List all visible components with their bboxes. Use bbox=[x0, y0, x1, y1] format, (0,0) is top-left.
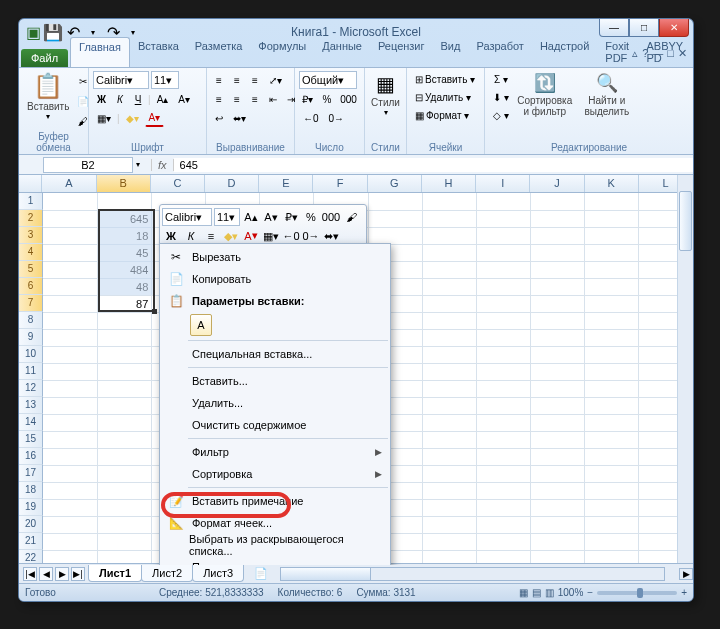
cell-J4[interactable] bbox=[530, 244, 584, 261]
new-sheet-button[interactable]: 📄 bbox=[248, 565, 274, 582]
doc-restore-button[interactable]: □ bbox=[667, 47, 674, 60]
mt-size[interactable]: 11▾ bbox=[214, 208, 240, 226]
autosum-button[interactable]: Σ ▾ bbox=[489, 70, 513, 88]
cell-A2[interactable] bbox=[43, 210, 97, 227]
cell-J8[interactable] bbox=[530, 312, 584, 329]
ctx-item-7[interactable]: Очистить содержимое bbox=[160, 414, 390, 436]
mt-grow[interactable]: A▴ bbox=[242, 208, 260, 226]
cell-H19[interactable] bbox=[422, 499, 476, 516]
zoom-in-button[interactable]: + bbox=[681, 587, 687, 598]
scroll-thumb[interactable] bbox=[679, 191, 692, 251]
horizontal-scrollbar[interactable] bbox=[280, 567, 665, 581]
vertical-scrollbar[interactable] bbox=[677, 175, 693, 565]
cell-K15[interactable] bbox=[584, 431, 638, 448]
col-header-C[interactable]: C bbox=[151, 175, 205, 192]
row-header-11[interactable]: 11 bbox=[19, 363, 43, 380]
fx-button[interactable]: fx bbox=[151, 159, 174, 171]
cell-I1[interactable] bbox=[476, 193, 530, 210]
cell-I2[interactable] bbox=[476, 210, 530, 227]
cell-I15[interactable] bbox=[476, 431, 530, 448]
col-header-G[interactable]: G bbox=[368, 175, 422, 192]
select-all-corner[interactable] bbox=[19, 175, 42, 192]
cell-A17[interactable] bbox=[43, 465, 97, 482]
ribbon-tab-8[interactable]: Надстрой bbox=[532, 37, 597, 67]
col-header-B[interactable]: B bbox=[97, 175, 151, 192]
col-header-A[interactable]: A bbox=[42, 175, 96, 192]
ctx-item-1[interactable]: 📄Копировать bbox=[160, 268, 390, 290]
cell-J16[interactable] bbox=[530, 448, 584, 465]
row-header-10[interactable]: 10 bbox=[19, 346, 43, 363]
cell-I8[interactable] bbox=[476, 312, 530, 329]
cell-J6[interactable] bbox=[530, 278, 584, 295]
formula-input[interactable]: 645 bbox=[174, 158, 693, 172]
row-header-13[interactable]: 13 bbox=[19, 397, 43, 414]
cell-A7[interactable] bbox=[43, 295, 97, 312]
sort-filter-button[interactable]: 🔃 Сортировка и фильтр bbox=[513, 70, 577, 124]
cell-I9[interactable] bbox=[476, 329, 530, 346]
cell-J15[interactable] bbox=[530, 431, 584, 448]
mt-shrink[interactable]: A▾ bbox=[262, 208, 280, 226]
cell-A20[interactable] bbox=[43, 516, 97, 533]
cell-A1[interactable] bbox=[43, 193, 97, 210]
cell-H5[interactable] bbox=[422, 261, 476, 278]
cell-J12[interactable] bbox=[530, 380, 584, 397]
cell-B10[interactable] bbox=[97, 346, 152, 363]
font-color-button[interactable]: A▾ bbox=[145, 109, 165, 127]
cell-B20[interactable] bbox=[97, 516, 152, 533]
cell-J1[interactable] bbox=[530, 193, 584, 210]
help-icon[interactable]: ? bbox=[642, 47, 648, 60]
cell-J10[interactable] bbox=[530, 346, 584, 363]
col-header-K[interactable]: K bbox=[585, 175, 639, 192]
ribbon-tab-0[interactable]: Главная bbox=[70, 37, 130, 67]
row-header-2[interactable]: 2 bbox=[19, 210, 43, 227]
view-layout-button[interactable]: ▤ bbox=[532, 587, 541, 598]
cell-B4[interactable]: 45 bbox=[97, 244, 152, 261]
row-header-9[interactable]: 9 bbox=[19, 329, 43, 346]
cell-B15[interactable] bbox=[97, 431, 152, 448]
cell-H20[interactable] bbox=[422, 516, 476, 533]
cell-B18[interactable] bbox=[97, 482, 152, 499]
cell-K10[interactable] bbox=[584, 346, 638, 363]
sheet-tab-0[interactable]: Лист1 bbox=[88, 565, 142, 582]
zoom-level[interactable]: 100% bbox=[558, 587, 584, 598]
row-header-5[interactable]: 5 bbox=[19, 261, 43, 278]
cell-B21[interactable] bbox=[97, 533, 152, 550]
row-header-14[interactable]: 14 bbox=[19, 414, 43, 431]
ctx-item-6[interactable]: Удалить... bbox=[160, 392, 390, 414]
insert-cells-button[interactable]: ⊞ Вставить ▾ bbox=[411, 70, 480, 88]
bold-button[interactable]: Ж bbox=[93, 90, 110, 108]
cell-H3[interactable] bbox=[422, 227, 476, 244]
ctx-item-0[interactable]: ✂Вырезать bbox=[160, 246, 390, 268]
cell-K20[interactable] bbox=[584, 516, 638, 533]
cell-J17[interactable] bbox=[530, 465, 584, 482]
border-button[interactable]: ▦▾ bbox=[93, 109, 115, 127]
ribbon-minimize-icon[interactable]: ▵ bbox=[632, 47, 638, 60]
row-header-6[interactable]: 6 bbox=[19, 278, 43, 295]
cell-B7[interactable]: 87 bbox=[97, 295, 152, 312]
cell-H13[interactable] bbox=[422, 397, 476, 414]
cell-K5[interactable] bbox=[584, 261, 638, 278]
cell-A15[interactable] bbox=[43, 431, 97, 448]
cell-I19[interactable] bbox=[476, 499, 530, 516]
col-header-I[interactable]: I bbox=[476, 175, 530, 192]
cell-I20[interactable] bbox=[476, 516, 530, 533]
cell-B13[interactable] bbox=[97, 397, 152, 414]
cell-K21[interactable] bbox=[584, 533, 638, 550]
percent-button[interactable]: % bbox=[319, 90, 335, 108]
clear-button[interactable]: ◇ ▾ bbox=[489, 106, 513, 124]
cell-B11[interactable] bbox=[97, 363, 152, 380]
sheet-tab-1[interactable]: Лист2 bbox=[141, 565, 193, 582]
currency-button[interactable]: ₽▾ bbox=[299, 90, 317, 108]
zoom-slider[interactable] bbox=[597, 591, 677, 595]
mt-brush[interactable]: 🖌 bbox=[342, 208, 360, 226]
cell-A19[interactable] bbox=[43, 499, 97, 516]
cell-H14[interactable] bbox=[422, 414, 476, 431]
ribbon-tab-4[interactable]: Данные bbox=[314, 37, 370, 67]
sheet-nav-3[interactable]: ▶| bbox=[71, 567, 85, 581]
sheet-nav-1[interactable]: ◀ bbox=[39, 567, 53, 581]
cell-K19[interactable] bbox=[584, 499, 638, 516]
align-center-button[interactable]: ≡ bbox=[229, 90, 245, 108]
row-header-17[interactable]: 17 bbox=[19, 465, 43, 482]
cell-G2[interactable] bbox=[368, 210, 422, 227]
cell-H8[interactable] bbox=[422, 312, 476, 329]
